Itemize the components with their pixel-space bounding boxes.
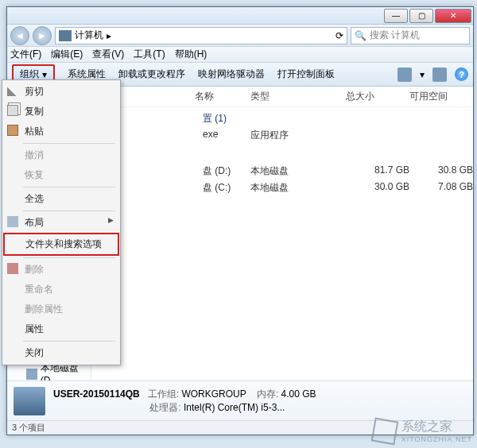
menu-tools[interactable]: 工具(T) [134,48,165,61]
list-item[interactable]: exe 应用程序 [91,127,473,144]
separator [23,210,115,211]
organize-menu: 剪切 复制 粘贴 撤消 恢复 全选 布局 文件夹和搜索选项 删除 重命名 删除属… [2,79,121,365]
cpu-value: Intel(R) Core(TM) i5-3... [184,402,285,413]
forward-button[interactable]: ► [33,26,52,45]
col-total[interactable]: 总大小 [346,90,409,103]
col-type[interactable]: 类型 [250,90,346,103]
menu-paste[interactable]: 粘贴 [4,122,118,141]
menu-rename: 重命名 [4,280,118,299]
view-icon[interactable] [398,68,412,82]
content-pane: 名称 类型 总大小 可用空间 置 (1) exe 应用程序 盘 (D:) 本地磁… [91,87,473,380]
back-button[interactable]: ◄ [10,26,29,45]
menu-copy[interactable]: 复制 [4,102,118,122]
menu-file[interactable]: 文件(F) [10,48,41,61]
col-name[interactable]: 名称 [195,90,250,103]
search-placeholder: 搜索 计算机 [370,29,420,42]
section-hdd[interactable]: 置 (1) [91,107,473,127]
column-headers: 名称 类型 总大小 可用空间 [91,87,473,107]
menubar: 文件(F) 编辑(E) 查看(V) 工具(T) 帮助(H) [7,47,473,63]
chevron-down-icon[interactable]: ▾ [420,69,425,80]
address-bar[interactable]: 计算机 ▸ ⟳ [55,27,347,44]
layout-icon [7,216,18,227]
list-item-drive-c[interactable]: 盘 (C:) 本地磁盘 30.0 GB 7.08 GB [91,180,473,196]
toolbar-control-panel[interactable]: 打开控制面板 [277,68,335,81]
toolbar-map-drive[interactable]: 映射网络驱动器 [198,68,265,81]
nav-row: ◄ ► 计算机 ▸ ⟳ 🔍 搜索 计算机 [7,25,473,47]
search-icon: 🔍 [355,30,366,41]
menu-folder-options[interactable]: 文件夹和搜索选项 [3,233,119,256]
col-free[interactable]: 可用空间 [409,90,473,103]
watermark-logo-icon [370,417,398,445]
workgroup-value: WORKGROUP [181,388,246,400]
menu-redo: 恢复 [4,165,118,185]
drive-icon [26,369,37,380]
minimize-button[interactable]: — [384,9,408,23]
list-item-drive-d[interactable]: 盘 (D:) 本地磁盘 81.7 GB 30.8 GB [91,163,473,180]
menu-properties[interactable]: 属性 [4,319,118,339]
delete-icon [7,263,18,274]
separator [23,257,115,258]
item-count: 3 个项目 [12,423,45,432]
separator [23,143,115,144]
watermark-url: XITONGZHIA.NET [401,435,472,443]
toolbar-uninstall[interactable]: 卸载或更改程序 [118,68,185,81]
computer-icon [14,387,45,415]
preview-pane-icon[interactable] [432,68,447,82]
menu-delete: 删除 [4,260,118,280]
menu-help[interactable]: 帮助(H) [175,48,207,61]
menu-close[interactable]: 关闭 [4,343,118,363]
menu-undo: 撤消 [4,145,118,165]
chevron-down-icon: ▾ [42,69,47,80]
paste-icon [7,125,18,136]
menu-edit[interactable]: 编辑(E) [51,48,83,61]
details-pane: USER-20150114QB 工作组: WORKGROUP 内存: 4.00 … [7,380,473,420]
help-icon[interactable]: ? [455,68,468,81]
menu-cut[interactable]: 剪切 [4,82,118,102]
computer-icon [59,30,72,41]
scissors-icon [7,85,18,96]
maximize-button[interactable]: ▢ [409,9,433,23]
menu-select-all[interactable]: 全选 [4,189,118,209]
computer-name: USER-20150114QB [53,388,140,400]
memory-label: 内存: [257,388,278,400]
memory-value: 4.00 GB [281,388,316,400]
watermark: 系统之家 XITONGZHIA.NET [373,419,472,443]
breadcrumb[interactable]: 计算机 [75,29,103,42]
workgroup-label: 工作组: [148,388,179,400]
close-button[interactable]: ✕ [435,9,471,23]
menu-remove-props: 删除属性 [4,299,118,319]
cpu-label: 处理器: [149,402,180,413]
separator [23,187,115,187]
breadcrumb-sep: ▸ [107,30,111,41]
titlebar: — ▢ ✕ [7,7,473,25]
menu-view[interactable]: 查看(V) [92,48,124,61]
search-input[interactable]: 🔍 搜索 计算机 [351,27,470,44]
copy-icon [7,105,18,116]
separator [23,341,115,342]
refresh-icon[interactable]: ⟳ [335,30,343,41]
menu-layout[interactable]: 布局 [4,213,118,233]
watermark-text: 系统之家 [401,419,472,435]
